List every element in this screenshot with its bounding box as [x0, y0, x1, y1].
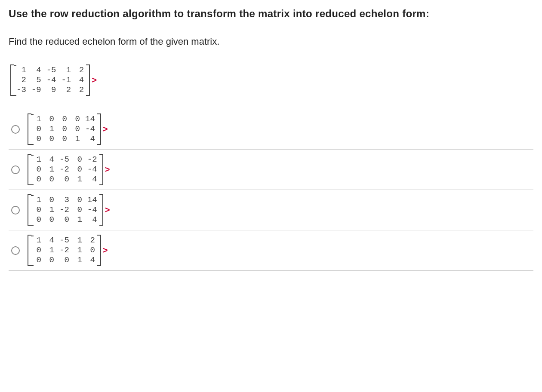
radio-icon[interactable]: [11, 125, 20, 134]
matrix-cell: 2: [74, 85, 86, 95]
answer-option-2[interactable]: 14-50-2 01-20-4 00014 >: [9, 150, 533, 190]
matrix-cell: 1: [72, 175, 85, 184]
matrix-cell: 1: [14, 65, 29, 75]
matrix-row: 2 5 -4 -1 4: [14, 75, 86, 85]
matrix-cell: 14: [85, 195, 100, 205]
matrix-cell: 1: [44, 165, 57, 175]
matrix-cell: 0: [31, 245, 44, 255]
matrix-cell: 4: [85, 255, 98, 265]
matrix-cell: 4: [74, 75, 86, 85]
matrix-cell: 0: [57, 124, 70, 134]
matrix-cell: 0: [57, 114, 70, 124]
matrix-cell: 4: [85, 175, 100, 184]
option-matrix: 103014 01-20-4 00014: [28, 194, 103, 226]
matrix-row: 1 4 -5 1 2: [14, 65, 86, 75]
matrix-cell: 14: [83, 114, 98, 124]
chevron-right-icon: >: [105, 165, 110, 175]
matrix-cell: 2: [14, 75, 29, 85]
given-matrix-table: 1 4 -5 1 2 2 5 -4 -1 4 -3 -9 9 2: [14, 65, 86, 95]
radio-icon[interactable]: [11, 165, 20, 174]
matrix-cell: 0: [70, 124, 83, 134]
matrix-cell: -9: [29, 85, 44, 95]
matrix-cell: 1: [31, 236, 44, 245]
matrix-cell: 4: [44, 155, 57, 165]
matrix-cell: 0: [44, 175, 57, 184]
matrix-cell: -4: [44, 75, 59, 85]
matrix-cell: -2: [57, 165, 72, 175]
matrix-cell: 9: [44, 85, 59, 95]
matrix-cell: 1: [72, 236, 85, 245]
matrix-cell: 0: [72, 195, 85, 205]
matrix-cell: 0: [57, 134, 70, 144]
question-title: Use the row reduction algorithm to trans…: [9, 8, 533, 20]
matrix-cell: 0: [44, 255, 57, 265]
matrix-cell: 0: [31, 134, 44, 144]
matrix-cell: 0: [44, 195, 57, 205]
matrix-cell: -4: [85, 205, 100, 215]
matrix-cell: 2: [85, 236, 98, 245]
matrix-cell: 1: [72, 215, 85, 225]
matrix-cell: -4: [83, 124, 98, 134]
matrix-cell: -4: [85, 165, 100, 175]
matrix-cell: 0: [44, 114, 57, 124]
matrix-cell: 2: [59, 85, 74, 95]
matrix-cell: -2: [57, 245, 72, 255]
matrix-cell: 4: [83, 134, 98, 144]
matrix-cell: 2: [74, 65, 86, 75]
answer-option-1[interactable]: 100014 0100-4 00014 >: [9, 109, 533, 150]
matrix-cell: 4: [85, 215, 100, 225]
chevron-right-icon: >: [92, 75, 97, 85]
matrix-cell: 1: [72, 255, 85, 265]
chevron-right-icon: >: [105, 205, 110, 215]
matrix-cell: -1: [59, 75, 74, 85]
matrix-cell: 1: [44, 245, 57, 255]
matrix-cell: 0: [31, 124, 44, 134]
answer-option-4[interactable]: 14-512 01-210 00014 >: [9, 230, 533, 271]
matrix-cell: -5: [57, 236, 72, 245]
radio-icon[interactable]: [11, 246, 20, 255]
option-matrix: 14-512 01-210 00014: [28, 235, 101, 266]
matrix-cell: 1: [31, 114, 44, 124]
matrix-cell: 1: [70, 134, 83, 144]
matrix-cell: 1: [31, 155, 44, 165]
option-matrix: 100014 0100-4 00014: [28, 113, 101, 145]
given-matrix: 1 4 -5 1 2 2 5 -4 -1 4 -3 -9 9 2: [10, 64, 90, 96]
matrix-cell: 3: [57, 195, 72, 205]
matrix-cell: 0: [72, 205, 85, 215]
matrix-cell: -5: [44, 65, 59, 75]
matrix-cell: 0: [72, 155, 85, 165]
chevron-right-icon: >: [103, 245, 108, 255]
matrix-cell: -2: [57, 205, 72, 215]
radio-icon[interactable]: [11, 206, 20, 214]
matrix-cell: -2: [85, 155, 100, 165]
matrix-row: -3 -9 9 2 2: [14, 85, 86, 95]
option-matrix: 14-50-2 01-20-4 00014: [28, 154, 103, 185]
matrix-cell: 1: [72, 245, 85, 255]
matrix-cell: 0: [57, 175, 72, 184]
matrix-cell: 0: [31, 165, 44, 175]
question-prompt: Find the reduced echelon form of the giv…: [9, 36, 533, 47]
matrix-cell: 0: [70, 114, 83, 124]
matrix-cell: -3: [14, 85, 29, 95]
matrix-cell: 0: [44, 134, 57, 144]
matrix-cell: 0: [44, 215, 57, 225]
matrix-cell: 0: [57, 215, 72, 225]
matrix-cell: 1: [59, 65, 74, 75]
given-matrix-block: 1 4 -5 1 2 2 5 -4 -1 4 -3 -9 9 2: [10, 64, 533, 96]
matrix-cell: 4: [29, 65, 44, 75]
matrix-cell: 0: [31, 215, 44, 225]
matrix-cell: 0: [72, 165, 85, 175]
matrix-cell: 0: [85, 245, 98, 255]
matrix-cell: -5: [57, 155, 72, 165]
matrix-cell: 0: [31, 205, 44, 215]
matrix-cell: 0: [31, 175, 44, 184]
matrix-cell: 0: [31, 255, 44, 265]
chevron-right-icon: >: [103, 124, 108, 134]
matrix-cell: 1: [31, 195, 44, 205]
matrix-cell: 1: [44, 205, 57, 215]
matrix-cell: 4: [44, 236, 57, 245]
matrix-cell: 1: [44, 124, 57, 134]
matrix-cell: 5: [29, 75, 44, 85]
answer-option-3[interactable]: 103014 01-20-4 00014 >: [9, 190, 533, 230]
answer-options: 100014 0100-4 00014 > 14-50-2 01-20-4 00…: [9, 109, 533, 271]
